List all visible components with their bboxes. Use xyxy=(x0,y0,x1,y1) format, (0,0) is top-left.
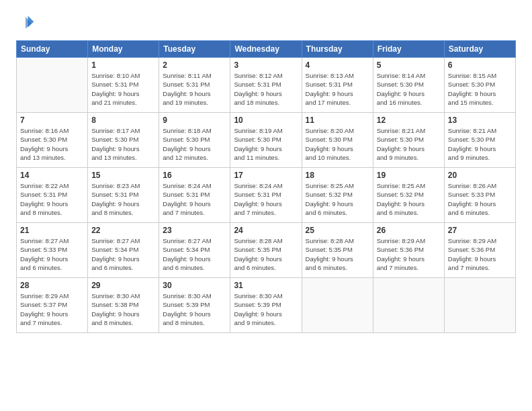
day-info: Sunrise: 8:19 AM Sunset: 5:30 PM Dayligh… xyxy=(234,126,298,162)
day-number: 12 xyxy=(377,116,441,125)
day-number: 14 xyxy=(20,171,84,180)
week-row-2: 7Sunrise: 8:16 AM Sunset: 5:30 PM Daylig… xyxy=(17,113,516,168)
calendar-cell: 31Sunrise: 8:30 AM Sunset: 5:39 PM Dayli… xyxy=(230,278,302,333)
calendar-cell xyxy=(444,278,515,333)
day-info: Sunrise: 8:29 AM Sunset: 5:36 PM Dayligh… xyxy=(377,236,441,272)
day-number: 25 xyxy=(306,226,369,235)
calendar-cell: 22Sunrise: 8:27 AM Sunset: 5:34 PM Dayli… xyxy=(88,223,159,278)
calendar-cell: 2Sunrise: 8:11 AM Sunset: 5:31 PM Daylig… xyxy=(159,58,230,113)
day-number: 28 xyxy=(20,281,84,290)
logo xyxy=(16,13,38,32)
day-number: 15 xyxy=(91,171,155,180)
logo-icon xyxy=(16,13,35,32)
calendar-cell: 18Sunrise: 8:25 AM Sunset: 5:32 PM Dayli… xyxy=(302,168,373,223)
calendar-cell: 29Sunrise: 8:30 AM Sunset: 5:38 PM Dayli… xyxy=(88,278,159,333)
day-number: 7 xyxy=(20,116,84,125)
day-info: Sunrise: 8:24 AM Sunset: 5:31 PM Dayligh… xyxy=(234,181,298,217)
calendar-cell: 26Sunrise: 8:29 AM Sunset: 5:36 PM Dayli… xyxy=(373,223,444,278)
header xyxy=(16,13,516,32)
header-row: SundayMondayTuesdayWednesdayThursdayFrid… xyxy=(17,41,516,58)
calendar-table: SundayMondayTuesdayWednesdayThursdayFrid… xyxy=(16,40,516,333)
calendar-cell: 10Sunrise: 8:19 AM Sunset: 5:30 PM Dayli… xyxy=(230,113,302,168)
calendar-cell: 12Sunrise: 8:21 AM Sunset: 5:30 PM Dayli… xyxy=(373,113,444,168)
day-number: 22 xyxy=(91,226,155,235)
day-number: 10 xyxy=(234,116,298,125)
day-number: 3 xyxy=(234,60,298,70)
day-header-monday: Monday xyxy=(88,41,159,58)
day-header-sunday: Sunday xyxy=(17,41,88,58)
day-info: Sunrise: 8:24 AM Sunset: 5:31 PM Dayligh… xyxy=(163,181,226,217)
day-number: 29 xyxy=(91,281,155,290)
day-info: Sunrise: 8:30 AM Sunset: 5:39 PM Dayligh… xyxy=(163,291,226,327)
day-number: 30 xyxy=(163,281,226,290)
day-header-friday: Friday xyxy=(373,41,444,58)
day-info: Sunrise: 8:18 AM Sunset: 5:30 PM Dayligh… xyxy=(163,126,226,162)
day-info: Sunrise: 8:13 AM Sunset: 5:31 PM Dayligh… xyxy=(306,71,369,107)
week-row-1: 1Sunrise: 8:10 AM Sunset: 5:31 PM Daylig… xyxy=(17,58,516,113)
calendar-cell: 24Sunrise: 8:28 AM Sunset: 5:35 PM Dayli… xyxy=(230,223,302,278)
day-number: 23 xyxy=(163,226,226,235)
calendar-cell xyxy=(17,58,88,113)
day-info: Sunrise: 8:15 AM Sunset: 5:30 PM Dayligh… xyxy=(448,71,512,107)
day-info: Sunrise: 8:10 AM Sunset: 5:31 PM Dayligh… xyxy=(91,71,155,107)
day-number: 27 xyxy=(448,226,512,235)
calendar-cell: 19Sunrise: 8:25 AM Sunset: 5:32 PM Dayli… xyxy=(373,168,444,223)
day-header-thursday: Thursday xyxy=(302,41,373,58)
calendar-cell: 15Sunrise: 8:23 AM Sunset: 5:31 PM Dayli… xyxy=(88,168,159,223)
calendar-cell: 8Sunrise: 8:17 AM Sunset: 5:30 PM Daylig… xyxy=(88,113,159,168)
day-number: 31 xyxy=(234,281,298,290)
day-number: 20 xyxy=(448,171,512,180)
calendar-cell: 9Sunrise: 8:18 AM Sunset: 5:30 PM Daylig… xyxy=(159,113,230,168)
page: SundayMondayTuesdayWednesdayThursdayFrid… xyxy=(0,0,532,411)
day-number: 2 xyxy=(163,60,226,70)
day-info: Sunrise: 8:23 AM Sunset: 5:31 PM Dayligh… xyxy=(91,181,155,217)
calendar-cell: 4Sunrise: 8:13 AM Sunset: 5:31 PM Daylig… xyxy=(302,58,373,113)
calendar-cell: 20Sunrise: 8:26 AM Sunset: 5:33 PM Dayli… xyxy=(444,168,515,223)
day-info: Sunrise: 8:11 AM Sunset: 5:31 PM Dayligh… xyxy=(163,71,226,107)
calendar-cell xyxy=(302,278,373,333)
calendar-cell: 25Sunrise: 8:28 AM Sunset: 5:35 PM Dayli… xyxy=(302,223,373,278)
calendar-cell: 11Sunrise: 8:20 AM Sunset: 5:30 PM Dayli… xyxy=(302,113,373,168)
day-info: Sunrise: 8:17 AM Sunset: 5:30 PM Dayligh… xyxy=(91,126,155,162)
day-info: Sunrise: 8:22 AM Sunset: 5:31 PM Dayligh… xyxy=(20,181,84,217)
day-info: Sunrise: 8:28 AM Sunset: 5:35 PM Dayligh… xyxy=(306,236,369,272)
day-info: Sunrise: 8:29 AM Sunset: 5:36 PM Dayligh… xyxy=(448,236,512,272)
day-number: 21 xyxy=(20,226,84,235)
day-number: 9 xyxy=(163,116,226,125)
day-number: 26 xyxy=(377,226,441,235)
calendar-cell: 13Sunrise: 8:21 AM Sunset: 5:30 PM Dayli… xyxy=(444,113,515,168)
day-info: Sunrise: 8:25 AM Sunset: 5:32 PM Dayligh… xyxy=(377,181,441,217)
day-info: Sunrise: 8:28 AM Sunset: 5:35 PM Dayligh… xyxy=(234,236,298,272)
day-header-saturday: Saturday xyxy=(444,41,515,58)
calendar-cell: 7Sunrise: 8:16 AM Sunset: 5:30 PM Daylig… xyxy=(17,113,88,168)
day-number: 6 xyxy=(448,60,512,70)
day-number: 11 xyxy=(306,116,369,125)
calendar-cell: 14Sunrise: 8:22 AM Sunset: 5:31 PM Dayli… xyxy=(17,168,88,223)
day-info: Sunrise: 8:21 AM Sunset: 5:30 PM Dayligh… xyxy=(377,126,441,162)
calendar-cell: 21Sunrise: 8:27 AM Sunset: 5:33 PM Dayli… xyxy=(17,223,88,278)
calendar-cell: 23Sunrise: 8:27 AM Sunset: 5:34 PM Dayli… xyxy=(159,223,230,278)
day-info: Sunrise: 8:20 AM Sunset: 5:30 PM Dayligh… xyxy=(306,126,369,162)
day-header-tuesday: Tuesday xyxy=(159,41,230,58)
calendar-cell: 28Sunrise: 8:29 AM Sunset: 5:37 PM Dayli… xyxy=(17,278,88,333)
calendar-cell: 6Sunrise: 8:15 AM Sunset: 5:30 PM Daylig… xyxy=(444,58,515,113)
day-info: Sunrise: 8:14 AM Sunset: 5:30 PM Dayligh… xyxy=(377,71,441,107)
day-info: Sunrise: 8:27 AM Sunset: 5:34 PM Dayligh… xyxy=(163,236,226,272)
day-number: 1 xyxy=(91,60,155,70)
day-info: Sunrise: 8:16 AM Sunset: 5:30 PM Dayligh… xyxy=(20,126,84,162)
day-number: 18 xyxy=(306,171,369,180)
day-info: Sunrise: 8:27 AM Sunset: 5:33 PM Dayligh… xyxy=(20,236,84,272)
day-number: 16 xyxy=(163,171,226,180)
day-number: 24 xyxy=(234,226,298,235)
day-info: Sunrise: 8:29 AM Sunset: 5:37 PM Dayligh… xyxy=(20,291,84,327)
calendar-cell: 30Sunrise: 8:30 AM Sunset: 5:39 PM Dayli… xyxy=(159,278,230,333)
day-number: 8 xyxy=(91,116,155,125)
day-number: 4 xyxy=(306,60,369,70)
calendar-cell: 27Sunrise: 8:29 AM Sunset: 5:36 PM Dayli… xyxy=(444,223,515,278)
day-number: 13 xyxy=(448,116,512,125)
day-info: Sunrise: 8:26 AM Sunset: 5:33 PM Dayligh… xyxy=(448,181,512,217)
day-number: 17 xyxy=(234,171,298,180)
day-info: Sunrise: 8:25 AM Sunset: 5:32 PM Dayligh… xyxy=(306,181,369,217)
day-info: Sunrise: 8:30 AM Sunset: 5:39 PM Dayligh… xyxy=(234,291,298,327)
day-info: Sunrise: 8:27 AM Sunset: 5:34 PM Dayligh… xyxy=(91,236,155,272)
